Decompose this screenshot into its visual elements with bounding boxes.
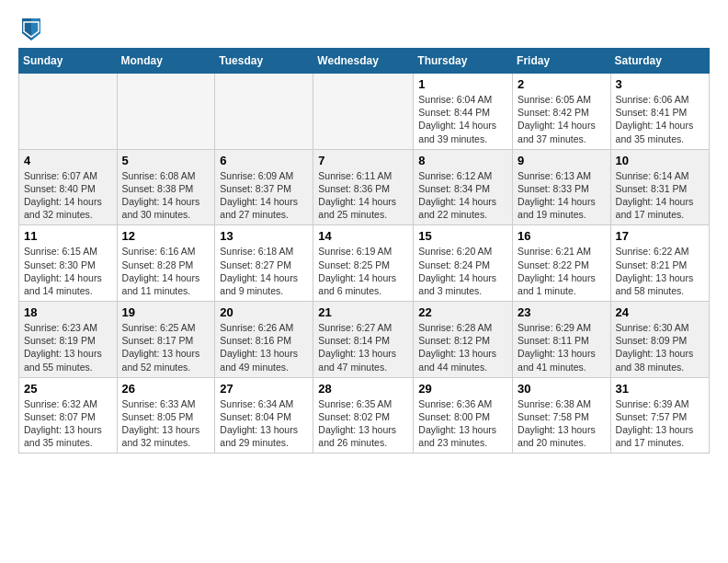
day-number: 18 bbox=[24, 305, 112, 319]
calendar-cell: 7Sunrise: 6:11 AM Sunset: 8:36 PM Daylig… bbox=[313, 149, 414, 225]
day-info: Sunrise: 6:08 AM Sunset: 8:38 PM Dayligh… bbox=[122, 169, 210, 222]
day-info: Sunrise: 6:22 AM Sunset: 8:21 PM Dayligh… bbox=[616, 245, 704, 297]
calendar-week-row: 18Sunrise: 6:23 AM Sunset: 8:19 PM Dayli… bbox=[19, 302, 710, 378]
calendar-cell: 10Sunrise: 6:14 AM Sunset: 8:31 PM Dayli… bbox=[610, 149, 709, 225]
day-number: 16 bbox=[518, 229, 606, 243]
day-info: Sunrise: 6:29 AM Sunset: 8:11 PM Dayligh… bbox=[518, 321, 606, 373]
day-number: 1 bbox=[418, 77, 507, 91]
calendar-week-row: 1Sunrise: 6:04 AM Sunset: 8:44 PM Daylig… bbox=[19, 74, 710, 150]
day-info: Sunrise: 6:19 AM Sunset: 8:25 PM Dayligh… bbox=[318, 245, 408, 297]
calendar-cell: 17Sunrise: 6:22 AM Sunset: 8:21 PM Dayli… bbox=[610, 225, 709, 302]
calendar-cell: 28Sunrise: 6:35 AM Sunset: 8:02 PM Dayli… bbox=[313, 377, 414, 454]
calendar-week-row: 25Sunrise: 6:32 AM Sunset: 8:07 PM Dayli… bbox=[19, 377, 710, 454]
day-info: Sunrise: 6:04 AM Sunset: 8:44 PM Dayligh… bbox=[418, 93, 507, 145]
calendar-cell bbox=[313, 74, 414, 150]
calendar-cell: 11Sunrise: 6:15 AM Sunset: 8:30 PM Dayli… bbox=[19, 225, 118, 302]
day-info: Sunrise: 6:16 AM Sunset: 8:28 PM Dayligh… bbox=[122, 245, 210, 297]
day-info: Sunrise: 6:26 AM Sunset: 8:16 PM Dayligh… bbox=[220, 321, 308, 373]
calendar-cell: 16Sunrise: 6:21 AM Sunset: 8:22 PM Dayli… bbox=[513, 225, 611, 302]
day-number: 23 bbox=[518, 305, 606, 319]
day-number: 5 bbox=[122, 154, 210, 167]
day-number: 29 bbox=[418, 382, 507, 396]
day-number: 9 bbox=[518, 154, 606, 167]
weekday-header: Monday bbox=[117, 49, 215, 74]
calendar-cell: 24Sunrise: 6:30 AM Sunset: 8:09 PM Dayli… bbox=[610, 302, 709, 378]
day-info: Sunrise: 6:33 AM Sunset: 8:05 PM Dayligh… bbox=[122, 397, 210, 450]
day-number: 20 bbox=[220, 305, 308, 319]
calendar-week-row: 11Sunrise: 6:15 AM Sunset: 8:30 PM Dayli… bbox=[19, 225, 710, 302]
day-info: Sunrise: 6:25 AM Sunset: 8:17 PM Dayligh… bbox=[122, 321, 210, 373]
day-number: 11 bbox=[24, 229, 112, 243]
day-number: 12 bbox=[122, 229, 210, 243]
calendar-cell: 19Sunrise: 6:25 AM Sunset: 8:17 PM Dayli… bbox=[117, 302, 215, 378]
day-info: Sunrise: 6:15 AM Sunset: 8:30 PM Dayligh… bbox=[24, 245, 112, 297]
day-info: Sunrise: 6:36 AM Sunset: 8:00 PM Dayligh… bbox=[418, 397, 507, 450]
weekday-header: Thursday bbox=[414, 49, 513, 74]
day-number: 17 bbox=[616, 229, 704, 243]
page-header bbox=[18, 15, 710, 40]
day-info: Sunrise: 6:09 AM Sunset: 8:37 PM Dayligh… bbox=[220, 169, 308, 222]
day-number: 30 bbox=[518, 382, 606, 396]
calendar-cell: 1Sunrise: 6:04 AM Sunset: 8:44 PM Daylig… bbox=[414, 74, 513, 150]
day-info: Sunrise: 6:21 AM Sunset: 8:22 PM Dayligh… bbox=[518, 245, 606, 297]
calendar-cell: 6Sunrise: 6:09 AM Sunset: 8:37 PM Daylig… bbox=[215, 149, 313, 225]
day-number: 22 bbox=[418, 305, 507, 319]
calendar-cell: 22Sunrise: 6:28 AM Sunset: 8:12 PM Dayli… bbox=[414, 302, 513, 378]
calendar-table: SundayMondayTuesdayWednesdayThursdayFrid… bbox=[18, 48, 710, 454]
calendar-cell bbox=[19, 74, 118, 150]
weekday-header: Sunday bbox=[19, 49, 118, 74]
day-info: Sunrise: 6:18 AM Sunset: 8:27 PM Dayligh… bbox=[220, 245, 308, 297]
calendar-cell: 13Sunrise: 6:18 AM Sunset: 8:27 PM Dayli… bbox=[215, 225, 313, 302]
weekday-header: Saturday bbox=[610, 49, 709, 74]
calendar-cell: 30Sunrise: 6:38 AM Sunset: 7:58 PM Dayli… bbox=[513, 377, 611, 454]
day-info: Sunrise: 6:34 AM Sunset: 8:04 PM Dayligh… bbox=[220, 397, 308, 450]
day-number: 28 bbox=[318, 382, 408, 396]
day-number: 31 bbox=[616, 382, 704, 396]
day-info: Sunrise: 6:14 AM Sunset: 8:31 PM Dayligh… bbox=[616, 169, 704, 222]
day-info: Sunrise: 6:07 AM Sunset: 8:40 PM Dayligh… bbox=[24, 169, 112, 222]
day-info: Sunrise: 6:12 AM Sunset: 8:34 PM Dayligh… bbox=[418, 169, 507, 222]
calendar-cell: 31Sunrise: 6:39 AM Sunset: 7:57 PM Dayli… bbox=[610, 377, 709, 454]
day-info: Sunrise: 6:11 AM Sunset: 8:36 PM Dayligh… bbox=[318, 169, 408, 222]
calendar-cell: 23Sunrise: 6:29 AM Sunset: 8:11 PM Dayli… bbox=[513, 302, 611, 378]
day-number: 13 bbox=[220, 229, 308, 243]
day-info: Sunrise: 6:35 AM Sunset: 8:02 PM Dayligh… bbox=[318, 397, 408, 450]
day-number: 4 bbox=[24, 154, 112, 167]
calendar-cell bbox=[117, 74, 215, 150]
day-info: Sunrise: 6:06 AM Sunset: 8:41 PM Dayligh… bbox=[616, 93, 704, 145]
day-number: 15 bbox=[418, 229, 507, 243]
day-info: Sunrise: 6:27 AM Sunset: 8:14 PM Dayligh… bbox=[318, 321, 408, 373]
day-number: 2 bbox=[518, 77, 606, 91]
calendar-cell: 12Sunrise: 6:16 AM Sunset: 8:28 PM Dayli… bbox=[117, 225, 215, 302]
calendar-cell: 4Sunrise: 6:07 AM Sunset: 8:40 PM Daylig… bbox=[19, 149, 118, 225]
day-info: Sunrise: 6:28 AM Sunset: 8:12 PM Dayligh… bbox=[418, 321, 507, 373]
weekday-header-row: SundayMondayTuesdayWednesdayThursdayFrid… bbox=[19, 49, 710, 74]
calendar-cell: 29Sunrise: 6:36 AM Sunset: 8:00 PM Dayli… bbox=[414, 377, 513, 454]
day-info: Sunrise: 6:32 AM Sunset: 8:07 PM Dayligh… bbox=[24, 397, 112, 450]
calendar-cell: 26Sunrise: 6:33 AM Sunset: 8:05 PM Dayli… bbox=[117, 377, 215, 454]
day-number: 27 bbox=[220, 382, 308, 396]
day-number: 6 bbox=[220, 154, 308, 167]
day-info: Sunrise: 6:39 AM Sunset: 7:57 PM Dayligh… bbox=[616, 397, 704, 450]
calendar-cell: 2Sunrise: 6:05 AM Sunset: 8:42 PM Daylig… bbox=[513, 74, 611, 150]
day-info: Sunrise: 6:38 AM Sunset: 7:58 PM Dayligh… bbox=[518, 397, 606, 450]
day-info: Sunrise: 6:23 AM Sunset: 8:19 PM Dayligh… bbox=[24, 321, 112, 373]
calendar-cell: 27Sunrise: 6:34 AM Sunset: 8:04 PM Dayli… bbox=[215, 377, 313, 454]
day-number: 7 bbox=[318, 154, 408, 167]
calendar-cell: 15Sunrise: 6:20 AM Sunset: 8:24 PM Dayli… bbox=[414, 225, 513, 302]
day-number: 19 bbox=[122, 305, 210, 319]
day-info: Sunrise: 6:13 AM Sunset: 8:33 PM Dayligh… bbox=[518, 169, 606, 222]
logo bbox=[18, 15, 42, 40]
day-info: Sunrise: 6:05 AM Sunset: 8:42 PM Dayligh… bbox=[518, 93, 606, 145]
calendar-cell: 25Sunrise: 6:32 AM Sunset: 8:07 PM Dayli… bbox=[19, 377, 118, 454]
calendar-cell: 21Sunrise: 6:27 AM Sunset: 8:14 PM Dayli… bbox=[313, 302, 414, 378]
day-info: Sunrise: 6:20 AM Sunset: 8:24 PM Dayligh… bbox=[418, 245, 507, 297]
calendar-week-row: 4Sunrise: 6:07 AM Sunset: 8:40 PM Daylig… bbox=[19, 149, 710, 225]
day-number: 21 bbox=[318, 305, 408, 319]
logo-icon bbox=[20, 15, 42, 40]
calendar-cell: 3Sunrise: 6:06 AM Sunset: 8:41 PM Daylig… bbox=[610, 74, 709, 150]
day-number: 10 bbox=[616, 154, 704, 167]
day-number: 25 bbox=[24, 382, 112, 396]
day-number: 14 bbox=[318, 229, 408, 243]
day-info: Sunrise: 6:30 AM Sunset: 8:09 PM Dayligh… bbox=[616, 321, 704, 373]
